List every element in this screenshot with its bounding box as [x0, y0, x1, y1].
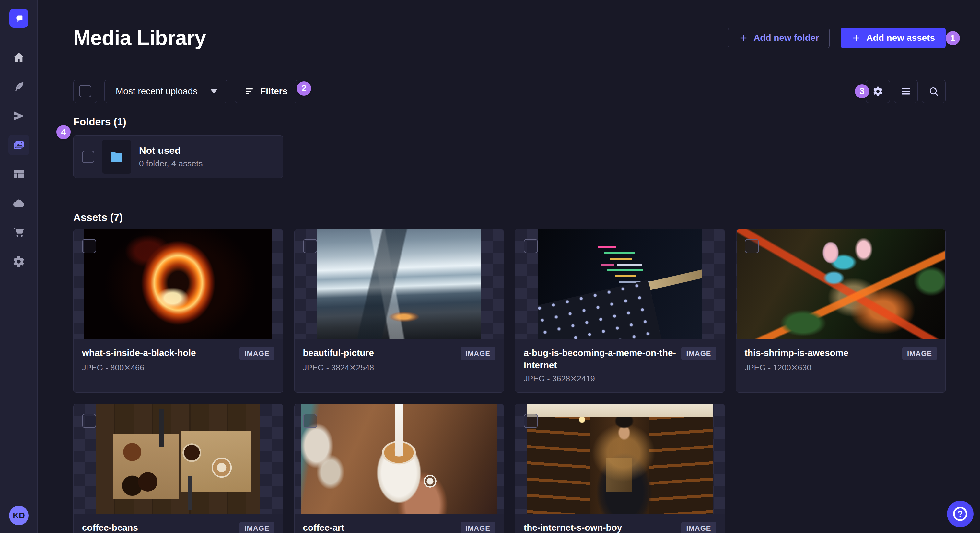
- annotation-badge-1: 1: [946, 31, 960, 45]
- asset-type-badge: IMAGE: [240, 522, 274, 533]
- asset-checkbox[interactable]: [524, 414, 538, 428]
- asset-meta: JPEG - 800✕466: [82, 363, 275, 373]
- asset-checkbox[interactable]: [82, 414, 96, 428]
- sidebar-item-settings[interactable]: [8, 251, 29, 272]
- gear-icon: [872, 86, 883, 97]
- logo-section: [0, 0, 37, 36]
- main-content: Media Library Add new folder Add new ass…: [38, 0, 980, 533]
- assets-grid: what-s-inside-a-black-hole IMAGE JPEG - …: [73, 229, 946, 533]
- asset-card-shrimp[interactable]: this-shrimp-is-awesome IMAGE JPEG - 1200…: [736, 229, 946, 393]
- asset-card-internet-boy[interactable]: the-internet-s-own-boy IMAGE JPEG - 1200…: [515, 404, 725, 533]
- folder-icon: [109, 149, 124, 164]
- view-options: [866, 80, 946, 103]
- strapi-logo-icon: [13, 13, 24, 24]
- asset-card-black-hole[interactable]: what-s-inside-a-black-hole IMAGE JPEG - …: [73, 229, 283, 393]
- sidebar-item-marketplace[interactable]: [8, 222, 29, 243]
- help-button[interactable]: ?: [947, 501, 974, 527]
- sidebar-item-home[interactable]: [8, 47, 29, 68]
- asset-image: [301, 404, 497, 514]
- asset-card-coffee-art[interactable]: coffee-art IMAGE JPEG - 5824✕3259: [294, 404, 504, 533]
- folder-subtitle: 0 folder, 4 assets: [139, 159, 203, 169]
- asset-thumbnail: [515, 404, 725, 514]
- page-title: Media Library: [73, 26, 206, 50]
- asset-image: [317, 229, 481, 339]
- asset-type-badge: IMAGE: [460, 347, 495, 360]
- plus-icon: [738, 33, 748, 43]
- search-button[interactable]: [922, 80, 946, 103]
- assets-heading: Assets (7): [73, 211, 946, 224]
- asset-card-footer: what-s-inside-a-black-hole IMAGE JPEG - …: [73, 339, 283, 392]
- asset-checkbox[interactable]: [303, 239, 317, 253]
- asset-meta: JPEG - 1200✕630: [745, 363, 937, 373]
- select-all-checkbox-button[interactable]: [73, 80, 97, 103]
- add-new-folder-button[interactable]: Add new folder: [728, 27, 830, 48]
- sidebar-item-content-manager[interactable]: [8, 76, 29, 97]
- asset-card-footer: the-internet-s-own-boy IMAGE JPEG - 1200…: [515, 514, 725, 533]
- asset-card-footer: coffee-art IMAGE JPEG - 5824✕3259: [294, 514, 504, 533]
- sidebar-item-cloud[interactable]: [8, 193, 29, 214]
- asset-name: this-shrimp-is-awesome: [745, 347, 849, 359]
- asset-name: coffee-beans: [82, 522, 138, 533]
- asset-image: [96, 404, 260, 514]
- folder-info: Not used 0 folder, 4 assets: [139, 145, 203, 169]
- asset-meta: JPEG - 3824✕2548: [303, 363, 495, 373]
- search-icon: [928, 86, 939, 97]
- add-new-assets-label: Add new assets: [866, 33, 935, 43]
- folder-card[interactable]: Not used 0 folder, 4 assets: [73, 135, 283, 178]
- asset-image: [527, 404, 713, 514]
- user-avatar[interactable]: KD: [9, 506, 29, 525]
- annotation-badge-3: 3: [855, 84, 869, 98]
- home-icon: [12, 51, 25, 64]
- grid-settings-button[interactable]: [866, 80, 890, 103]
- sidebar-item-releases[interactable]: [8, 106, 29, 126]
- question-mark-icon: ?: [953, 507, 967, 521]
- asset-name: the-internet-s-own-boy: [524, 522, 622, 533]
- asset-checkbox[interactable]: [745, 239, 759, 253]
- strapi-logo[interactable]: [10, 9, 28, 27]
- filters-button[interactable]: Filters: [235, 80, 298, 103]
- asset-name: what-s-inside-a-black-hole: [82, 347, 196, 359]
- asset-thumbnail: [515, 229, 725, 339]
- folder-checkbox[interactable]: [82, 151, 94, 163]
- asset-checkbox[interactable]: [82, 239, 96, 253]
- sort-dropdown-value: Most recent uploads: [116, 86, 197, 97]
- sidebar-item-media-library[interactable]: [8, 135, 29, 155]
- asset-type-badge: IMAGE: [681, 522, 716, 533]
- annotation-badge-2: 2: [297, 81, 311, 95]
- asset-checkbox[interactable]: [303, 414, 317, 428]
- filters-label: Filters: [260, 86, 288, 97]
- plus-icon: [851, 33, 861, 43]
- asset-type-badge: IMAGE: [240, 347, 274, 360]
- select-all-checkbox[interactable]: [79, 85, 91, 97]
- feather-icon: [12, 80, 25, 93]
- asset-thumbnail: [736, 229, 946, 339]
- add-new-assets-button[interactable]: Add new assets: [841, 27, 946, 48]
- asset-card-beautiful-picture[interactable]: beautiful-picture IMAGE JPEG - 3824✕2548: [294, 229, 504, 393]
- asset-meta: JPEG - 3628✕2419: [524, 374, 716, 383]
- paper-plane-icon: [12, 109, 25, 122]
- asset-image: [84, 229, 272, 339]
- asset-name: beautiful-picture: [303, 347, 374, 359]
- sidebar: KD: [0, 0, 38, 533]
- asset-image: [737, 229, 945, 339]
- asset-name: a-bug-is-becoming-a-meme-on-the-internet: [524, 347, 676, 371]
- add-new-folder-label: Add new folder: [754, 33, 819, 43]
- section-divider: [73, 198, 946, 198]
- folder-title: Not used: [139, 145, 203, 156]
- toolbar: Most recent uploads Filters: [73, 80, 946, 103]
- sort-dropdown[interactable]: Most recent uploads: [104, 80, 228, 103]
- chevron-down-icon: [210, 89, 218, 94]
- asset-card-bug-meme[interactable]: a-bug-is-becoming-a-meme-on-the-internet…: [515, 229, 725, 393]
- page-header: Media Library Add new folder Add new ass…: [73, 26, 946, 50]
- asset-checkbox[interactable]: [524, 239, 538, 253]
- asset-card-coffee-beans[interactable]: coffee-beans IMAGE JPEG - 5021✕3347: [73, 404, 283, 533]
- asset-name: coffee-art: [303, 522, 345, 533]
- asset-thumbnail: [73, 229, 283, 339]
- media-library-icon: [12, 139, 25, 152]
- sidebar-item-content-type-builder[interactable]: [8, 164, 29, 185]
- asset-card-footer: coffee-beans IMAGE JPEG - 5021✕3347: [73, 514, 283, 533]
- asset-thumbnail: [73, 404, 283, 514]
- list-view-button[interactable]: [894, 80, 918, 103]
- sidebar-nav: [0, 36, 37, 272]
- list-icon: [900, 86, 911, 97]
